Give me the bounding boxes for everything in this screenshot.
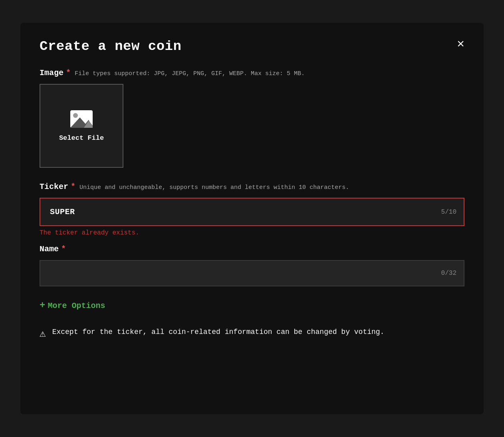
warning-notice: ⚠ Except for the ticker, all coin-relate… xyxy=(40,326,464,340)
name-section: Name * 0/32 xyxy=(40,244,464,286)
ticker-input[interactable] xyxy=(40,198,464,226)
image-required-marker: * xyxy=(66,68,71,77)
name-char-counter: 0/32 xyxy=(441,270,456,277)
ticker-input-container: 5/10 xyxy=(40,198,464,226)
more-options-button[interactable]: + More Options xyxy=(40,301,105,310)
image-upload-area[interactable]: Select File xyxy=(40,84,123,168)
modal-header: Create a new coin × xyxy=(40,39,464,54)
more-options-label: More Options xyxy=(48,301,105,310)
warning-text: Except for the ticker, all coin-related … xyxy=(52,326,385,338)
modal-title: Create a new coin xyxy=(40,39,181,54)
name-label: Name xyxy=(40,244,59,254)
image-hint: File types supported: JPG, JEPG, PNG, GI… xyxy=(75,70,305,77)
ticker-section-label: Ticker * Unique and unchangeable, suppor… xyxy=(40,182,464,191)
image-section-label: Image * File types supported: JPG, JEPG,… xyxy=(40,68,464,77)
svg-point-1 xyxy=(73,113,78,118)
image-placeholder-icon xyxy=(70,110,93,128)
ticker-hint: Unique and unchangeable, supports number… xyxy=(79,184,349,191)
plus-icon: + xyxy=(40,301,45,310)
ticker-label: Ticker xyxy=(40,182,68,191)
name-required-marker: * xyxy=(61,244,66,254)
create-coin-modal: Create a new coin × Image * File types s… xyxy=(20,23,484,414)
name-input[interactable] xyxy=(40,260,464,286)
ticker-error-message: The ticker already exists. xyxy=(40,229,464,236)
select-file-label: Select File xyxy=(59,134,104,142)
ticker-section: Ticker * Unique and unchangeable, suppor… xyxy=(40,182,464,236)
ticker-required-marker: * xyxy=(71,182,75,191)
close-button[interactable]: × xyxy=(457,37,464,50)
ticker-char-counter: 5/10 xyxy=(441,209,456,216)
name-input-container: 0/32 xyxy=(40,260,464,286)
warning-icon: ⚠ xyxy=(40,327,46,340)
image-label: Image xyxy=(40,68,63,77)
name-section-label: Name * xyxy=(40,244,464,254)
